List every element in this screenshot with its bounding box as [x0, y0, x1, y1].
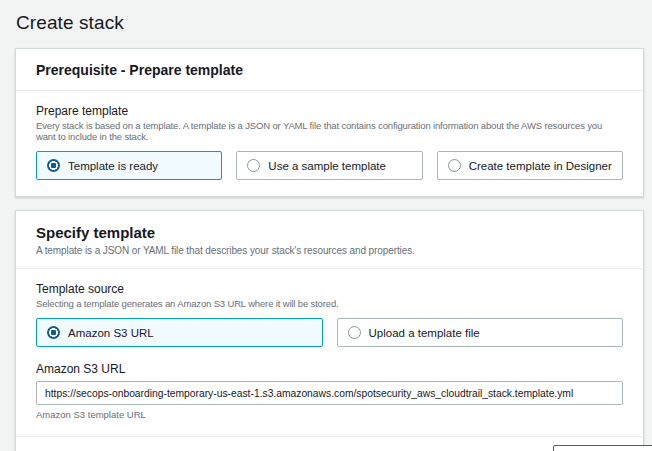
option-use-sample-template[interactable]: Use a sample template — [236, 151, 422, 180]
prepare-template-options: Template is ready Use a sample template … — [36, 151, 623, 180]
create-stack-page: Create stack Prerequisite - Prepare temp… — [0, 0, 652, 451]
specify-template-panel-header: Specify template A template is a JSON or… — [16, 211, 643, 269]
specify-template-panel-footer: S3 URL:https://secops-onboarding-tempora… — [16, 436, 643, 451]
option-label: Template is ready — [68, 160, 158, 172]
radio-icon — [247, 159, 260, 172]
prerequisite-panel: Prerequisite - Prepare template Prepare … — [15, 48, 644, 197]
specify-template-subtitle: A template is a JSON or YAML file that d… — [36, 245, 623, 256]
radio-selected-icon — [47, 159, 60, 172]
specify-template-panel-body: Template source Selecting a template gen… — [16, 269, 643, 436]
option-label: Amazon S3 URL — [68, 327, 154, 339]
prepare-template-label: Prepare template — [36, 104, 623, 118]
option-label: Use a sample template — [268, 160, 386, 172]
amazon-s3-url-helper: Amazon S3 template URL — [36, 409, 623, 420]
option-label: Upload a template file — [369, 327, 480, 339]
template-source-label: Template source — [36, 282, 623, 296]
prepare-template-description: Every stack is based on a template. A te… — [36, 120, 623, 142]
prerequisite-panel-title: Prerequisite - Prepare template — [36, 62, 623, 78]
amazon-s3-url-label: Amazon S3 URL — [36, 362, 623, 376]
option-template-is-ready[interactable]: Template is ready — [36, 151, 222, 180]
prerequisite-panel-body: Prepare template Every stack is based on… — [16, 91, 643, 196]
option-create-template-in-designer[interactable]: Create template in Designer — [437, 151, 623, 180]
page-title: Create stack — [16, 12, 644, 34]
option-amazon-s3-url[interactable]: Amazon S3 URL — [36, 318, 323, 347]
amazon-s3-url-input[interactable] — [36, 381, 623, 405]
option-upload-template-file[interactable]: Upload a template file — [337, 318, 624, 347]
radio-icon — [448, 159, 461, 172]
option-label: Create template in Designer — [469, 160, 612, 172]
radio-icon — [348, 326, 361, 339]
radio-selected-icon — [47, 326, 60, 339]
specify-template-panel: Specify template A template is a JSON or… — [15, 210, 644, 451]
specify-template-title: Specify template — [36, 224, 623, 241]
template-source-description: Selecting a template generates an Amazon… — [36, 298, 623, 309]
view-in-designer-button[interactable]: View in Designer — [553, 445, 652, 451]
template-source-options: Amazon S3 URL Upload a template file — [36, 318, 623, 347]
prerequisite-panel-header: Prerequisite - Prepare template — [16, 49, 643, 91]
